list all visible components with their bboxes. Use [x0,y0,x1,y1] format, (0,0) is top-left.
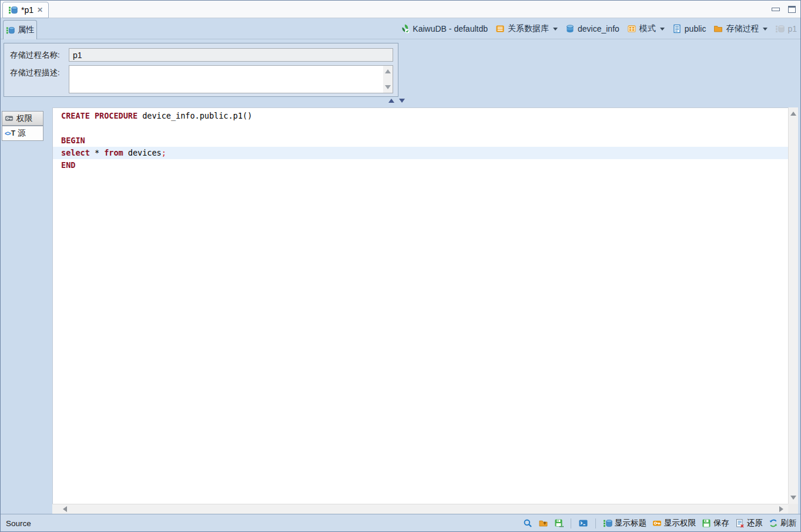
description-scrollbar[interactable] [383,66,393,93]
code-line[interactable]: BEGIN [53,134,788,147]
breadcrumb-relational-db[interactable]: 关系数据库 [495,23,558,34]
breadcrumb-label: public [685,24,706,33]
show-header-label: 显示标题 [615,518,646,528]
app-window: { "window": { "editor_tab_title": "*p1" … [0,0,801,532]
editor-vertical-scrollbar[interactable] [788,107,798,504]
breadcrumb-label: 关系数据库 [508,23,549,34]
tab-source-label: 源 [18,128,26,139]
procedure-description-field [69,65,393,93]
breadcrumb-schema[interactable]: 模式 [627,23,665,34]
revert-label: 还原 [747,518,763,528]
breadcrumb-label: 存储过程 [726,23,759,34]
refresh-button[interactable]: 刷新 [769,518,796,528]
procedure-description-input[interactable] [69,66,383,93]
maximize-view-icon[interactable] [788,6,796,13]
scroll-left-icon[interactable] [63,506,67,512]
breadcrumb-public[interactable]: public [672,24,706,33]
relational-db-folder-icon [495,24,505,33]
editor-tab-bar: *p1 ✕ [1,1,801,18]
code-segment-keyword: CREATE PROCEDURE [61,111,138,120]
procedure-icon [8,5,18,15]
scrollbar-corner [788,504,798,514]
revert-icon [735,518,745,528]
status-actions: 显示标题 显示权限 保存 [523,518,796,528]
procedure-gray-icon [775,24,785,33]
save-button[interactable]: 保存 [702,518,729,528]
properties-toolbar: 属性 KaiwuDB - defaultdb [1,18,801,39]
code-segment-plain: devices [123,148,162,157]
scroll-up-icon[interactable] [790,112,796,116]
procedure-icon [603,518,612,528]
procedure-name-input[interactable] [69,48,393,62]
editor-tab-title: *p1 [21,5,33,15]
procedure-description-label: 存储过程描述: [10,68,60,78]
refresh-icon [769,518,778,528]
kaiwudb-logo-icon [400,24,410,33]
key-icon [652,518,662,528]
source-code-icon: <>T [5,129,15,137]
status-bar: Source [1,514,801,532]
code-segment-plain: device_info.public.p1() [138,111,252,120]
show-header-button[interactable]: 显示标题 [603,518,646,528]
breadcrumb-connection[interactable]: KaiwuDB - defaultdb [400,24,488,33]
show-permissions-label: 显示权限 [664,518,696,528]
save-label: 保存 [713,518,729,528]
code-line[interactable]: END [53,159,788,171]
breadcrumb: KaiwuDB - defaultdb 关系数据库 [400,18,797,39]
scroll-up-icon[interactable] [385,69,391,73]
chevron-down-icon[interactable] [763,28,768,31]
tab-properties-label: 属性 [18,25,34,35]
code-segment-keyword: END [61,160,75,170]
editor-tab-p1[interactable]: *p1 ✕ [2,2,49,18]
show-permissions-button[interactable]: 显示权限 [652,518,696,528]
tab-properties[interactable]: 属性 [3,20,37,39]
search-icon[interactable] [523,518,532,528]
breadcrumb-label: KaiwuDB - defaultdb [413,24,488,33]
refresh-label: 刷新 [780,518,796,528]
code-segment-plain: * [90,148,104,157]
schema-icon [627,24,636,33]
scroll-down-icon[interactable] [385,85,391,89]
code-segment-keyword: from [104,148,123,157]
procedure-icon [6,26,15,35]
breadcrumb-database[interactable]: device_info [565,24,619,33]
breadcrumb-procedures-folder[interactable]: 存储过程 [713,23,768,34]
code-line[interactable]: select * from devices; [53,147,788,159]
document-icon [672,24,682,33]
panel-splitter[interactable] [388,99,405,103]
save-to-file-icon[interactable] [554,518,564,528]
collapse-up-icon[interactable] [388,99,394,103]
toolbar-separator [571,518,571,528]
code-area[interactable]: CREATE PROCEDURE device_info.public.p1()… [53,110,788,171]
code-segment-keyword: BEGIN [61,136,85,145]
load-from-file-icon[interactable] [538,518,548,528]
database-icon [565,24,575,33]
scroll-right-icon[interactable] [779,506,783,512]
procedure-name-label: 存储过程名称: [10,50,60,60]
sql-source-editor[interactable]: CREATE PROCEDURE device_info.public.p1()… [52,107,788,504]
tab-permissions-label: 权限 [16,113,32,124]
chevron-down-icon[interactable] [660,28,665,31]
editor-horizontal-scrollbar[interactable] [52,504,788,514]
code-segment-punctuation: ; [162,148,166,157]
chevron-down-icon[interactable] [553,28,558,31]
breadcrumb-label: p1 [787,24,797,33]
minimize-view-icon[interactable] [772,8,780,11]
procedure-properties-form: 存储过程名称: 存储过程描述: [4,43,398,97]
code-line[interactable]: CREATE PROCEDURE device_info.public.p1() [53,110,788,122]
expand-down-icon[interactable] [399,99,405,103]
console-icon[interactable] [578,518,588,528]
scroll-down-icon[interactable] [790,496,796,500]
revert-button[interactable]: 还原 [735,518,763,528]
close-icon[interactable]: ✕ [37,6,43,14]
breadcrumb-current-procedure: p1 [775,24,797,33]
breadcrumb-label: 模式 [639,23,656,34]
tab-source[interactable]: <>T 源 [2,126,43,141]
code-segment-keyword: select [61,148,90,157]
save-icon [702,518,711,528]
key-icon [5,114,14,123]
tab-permissions[interactable]: 权限 [2,111,43,126]
folder-icon [713,24,723,33]
status-source-label: Source [6,519,31,528]
code-line[interactable] [53,122,788,134]
